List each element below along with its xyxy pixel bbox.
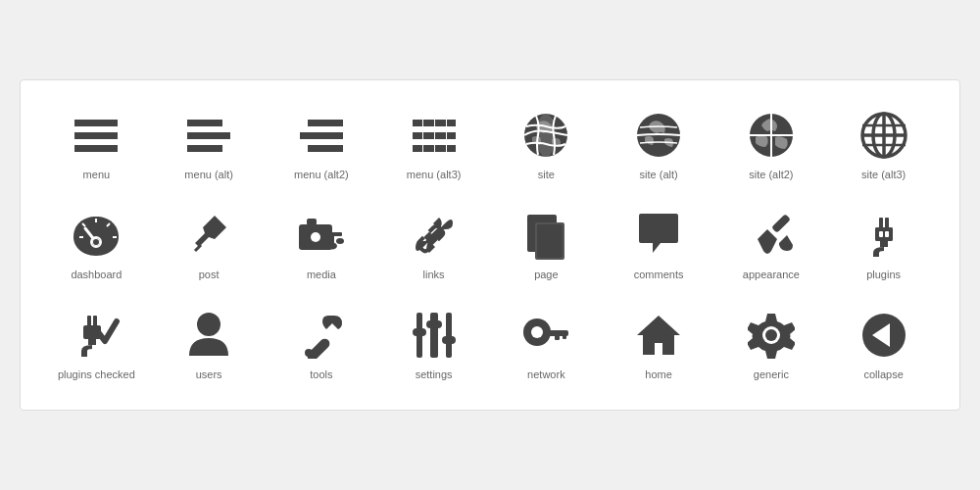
- menu-icon: [71, 110, 122, 161]
- svg-rect-18: [422, 145, 423, 152]
- svg-rect-81: [555, 334, 560, 340]
- svg-rect-56: [537, 224, 563, 258]
- site-alt2-icon: [746, 110, 797, 161]
- icon-grid: menu menu (alt) menu (alt2: [40, 110, 940, 380]
- icon-cell-users: users: [153, 310, 266, 380]
- menu-alt3-icon: [409, 110, 460, 161]
- menu-label: menu: [83, 169, 111, 180]
- svg-rect-8: [308, 145, 343, 152]
- network-label: network: [527, 368, 565, 380]
- users-label: users: [196, 368, 222, 380]
- svg-rect-16: [434, 132, 435, 139]
- site-icon: [520, 110, 571, 161]
- icon-cell-generic: generic: [715, 310, 828, 380]
- svg-rect-76: [426, 320, 442, 328]
- plugins-checked-label: plugins checked: [58, 368, 135, 380]
- collapse-label: collapse: [863, 368, 903, 380]
- svg-rect-13: [434, 120, 435, 126]
- home-label: home: [645, 368, 672, 380]
- site-alt-icon: [633, 110, 684, 161]
- svg-rect-7: [300, 132, 343, 139]
- icon-cell-dashboard: dashboard: [40, 210, 153, 280]
- svg-marker-83: [637, 316, 680, 355]
- svg-point-71: [305, 349, 313, 357]
- media-label: media: [307, 269, 336, 280]
- svg-rect-1: [74, 132, 118, 139]
- site-alt2-label: site (alt2): [749, 169, 793, 180]
- svg-rect-63: [879, 231, 883, 237]
- icon-cell-menu-alt2: menu (alt2): [266, 110, 378, 180]
- home-icon: [633, 310, 684, 361]
- site-alt-label: site (alt): [640, 169, 678, 180]
- svg-rect-20: [446, 145, 447, 152]
- svg-rect-15: [422, 132, 423, 139]
- icon-cell-site: site: [490, 110, 603, 180]
- svg-rect-5: [187, 145, 222, 152]
- icon-cell-links: links: [377, 210, 490, 280]
- menu-alt-label: menu (alt): [184, 169, 233, 180]
- svg-rect-4: [187, 132, 230, 139]
- icon-cell-collapse: collapse: [827, 310, 940, 380]
- svg-point-85: [765, 329, 777, 341]
- icon-cell-menu-alt3: menu (alt3): [377, 110, 490, 180]
- menu-alt2-label: menu (alt2): [294, 169, 349, 180]
- svg-rect-3: [187, 120, 222, 126]
- svg-rect-57: [771, 214, 791, 233]
- settings-icon: [409, 310, 460, 361]
- icon-showcase-card: menu menu (alt) menu (alt2: [20, 79, 960, 411]
- svg-rect-64: [885, 231, 889, 237]
- icon-cell-tools: tools: [266, 310, 378, 380]
- svg-point-79: [531, 326, 543, 338]
- icon-cell-settings: settings: [377, 310, 490, 380]
- icon-cell-plugins: plugins: [827, 210, 940, 280]
- menu-alt2-icon: [296, 110, 347, 161]
- svg-rect-47: [307, 219, 317, 225]
- icon-cell-site-alt3: site (alt3): [827, 110, 940, 180]
- svg-rect-67: [93, 316, 97, 327]
- tools-icon: [296, 310, 347, 361]
- site-alt3-icon: [858, 110, 909, 161]
- plugins-checked-icon: [71, 310, 122, 361]
- svg-rect-68: [88, 339, 96, 345]
- svg-rect-61: [880, 241, 888, 247]
- svg-rect-14: [446, 120, 447, 126]
- page-label: page: [534, 269, 558, 280]
- svg-rect-19: [434, 145, 435, 152]
- plugins-label: plugins: [866, 269, 901, 280]
- icon-cell-page: page: [490, 210, 603, 280]
- page-icon: [520, 210, 571, 261]
- links-icon: [409, 210, 460, 261]
- svg-rect-72: [430, 313, 438, 358]
- icon-cell-menu: menu: [40, 110, 153, 180]
- svg-rect-17: [446, 132, 447, 139]
- collapse-icon: [858, 310, 909, 361]
- icon-cell-media: media: [266, 210, 378, 280]
- svg-rect-2: [74, 145, 118, 152]
- menu-alt3-label: menu (alt3): [407, 169, 462, 180]
- svg-rect-82: [563, 334, 566, 339]
- links-label: links: [423, 269, 445, 280]
- tools-label: tools: [310, 368, 332, 380]
- svg-rect-0: [74, 120, 118, 126]
- svg-point-50: [327, 243, 337, 250]
- settings-label: settings: [416, 368, 453, 380]
- svg-point-51: [336, 238, 344, 244]
- svg-rect-62: [875, 227, 893, 241]
- svg-point-41: [93, 239, 99, 245]
- svg-rect-49: [330, 232, 342, 236]
- dashboard-icon: [71, 210, 122, 261]
- generic-icon: [746, 310, 797, 361]
- svg-rect-77: [442, 336, 456, 344]
- icon-cell-appearance: appearance: [715, 210, 828, 280]
- comments-label: comments: [634, 269, 684, 280]
- svg-point-69: [197, 313, 220, 336]
- icon-cell-menu-alt: menu (alt): [153, 110, 266, 180]
- site-label: site: [538, 169, 555, 180]
- icon-cell-home: home: [603, 310, 715, 380]
- svg-rect-12: [422, 120, 423, 126]
- appearance-icon: [746, 210, 797, 261]
- svg-rect-74: [446, 313, 452, 358]
- icon-cell-site-alt: site (alt): [603, 110, 715, 180]
- dashboard-label: dashboard: [71, 269, 122, 280]
- svg-line-43: [195, 245, 201, 251]
